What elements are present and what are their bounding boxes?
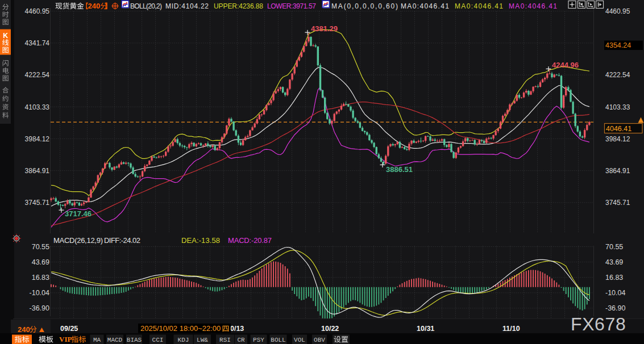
svg-text:BIAS: BIAS [127,337,142,343]
svg-text:-36.90: -36.90 [30,304,49,312]
svg-text:BOLL(20,2): BOLL(20,2) [130,2,162,10]
svg-text:MACD: MACD [107,337,123,343]
svg-text:3717.46: 3717.46 [65,209,92,218]
svg-text:MA0:4046.41: MA0:4046.41 [455,2,503,10]
svg-text:-10.04: -10.04 [605,289,625,297]
svg-text:16.83: 16.83 [32,274,49,282]
svg-text:MA0:4046.41: MA0:4046.41 [509,2,557,10]
svg-text:MACD(26,12,9): MACD(26,12,9) [53,236,103,245]
svg-text:4381.29: 4381.29 [311,24,338,33]
svg-text:3745.71: 3745.71 [25,199,50,207]
svg-text:DIFF:-24.02: DIFF:-24.02 [104,236,140,245]
svg-text:11/10: 11/10 [502,325,520,333]
svg-text:2025/10/02 18:00~22:00: 2025/10/02 18:00~22:00 [140,324,221,333]
svg-text:3864.91: 3864.91 [25,167,50,175]
svg-text:KDJ: KDJ [178,337,189,343]
svg-text:4244.96: 4244.96 [552,61,579,69]
svg-text:4103.33: 4103.33 [25,103,50,111]
svg-text:-10.04: -10.04 [30,289,49,297]
svg-text:MA0:4046.41: MA0:4046.41 [401,2,449,10]
svg-text:4222.54: 4222.54 [605,71,630,79]
svg-text:VOL: VOL [294,337,305,343]
svg-text:UPPER:4236.88: UPPER:4236.88 [214,2,263,10]
svg-text:3984.12: 3984.12 [605,135,630,143]
svg-text:DEA:-13.58: DEA:-13.58 [181,236,220,245]
svg-text:-36.90: -36.90 [605,304,625,312]
svg-text:CR: CR [237,337,245,343]
svg-text:10/31: 10/31 [417,325,434,333]
svg-text:10/22: 10/22 [321,325,339,333]
svg-text:PSY: PSY [253,337,264,343]
svg-text:MA(0,0,0,0,0,60): MA(0,0,0,0,0,60) [331,2,398,10]
svg-text:240: 240 [88,2,101,10]
svg-text:3864.91: 3864.91 [605,167,630,175]
svg-text:09/25: 09/25 [60,325,78,333]
svg-text:VIP: VIP [59,335,72,343]
svg-text:70.55: 70.55 [32,243,49,251]
svg-text:43.69: 43.69 [32,258,49,266]
svg-text:240: 240 [18,325,30,334]
svg-text:3745.71: 3745.71 [605,199,630,207]
svg-text:3984.12: 3984.12 [25,135,50,143]
svg-text:K: K [3,32,8,40]
svg-text:43.69: 43.69 [605,258,623,266]
svg-text:4460.95: 4460.95 [605,7,630,15]
svg-text:16.83: 16.83 [605,274,623,282]
svg-text:70.55: 70.55 [605,243,623,251]
svg-text:OBV: OBV [314,337,325,343]
svg-text:FX678: FX678 [571,314,626,334]
svg-text:4103.33: 4103.33 [605,103,630,111]
svg-text:RSI: RSI [219,337,231,343]
svg-text:LW&: LW& [197,337,208,343]
svg-text:LOWER:3971.57: LOWER:3971.57 [267,2,316,10]
svg-text:4341.74: 4341.74 [25,39,50,47]
svg-text:4046.41: 4046.41 [606,125,631,133]
svg-text:BOLL: BOLL [271,337,285,343]
svg-text:4222.54: 4222.54 [25,71,50,79]
svg-text:CCI: CCI [152,337,164,343]
svg-text:MACD:-20.87: MACD:-20.87 [228,236,272,245]
svg-text:4354.24: 4354.24 [605,41,631,49]
svg-text:MA: MA [93,337,101,343]
svg-text:3886.51: 3886.51 [386,165,413,174]
svg-text:MID:4104.22: MID:4104.22 [165,2,209,10]
svg-text:4460.95: 4460.95 [25,7,50,15]
